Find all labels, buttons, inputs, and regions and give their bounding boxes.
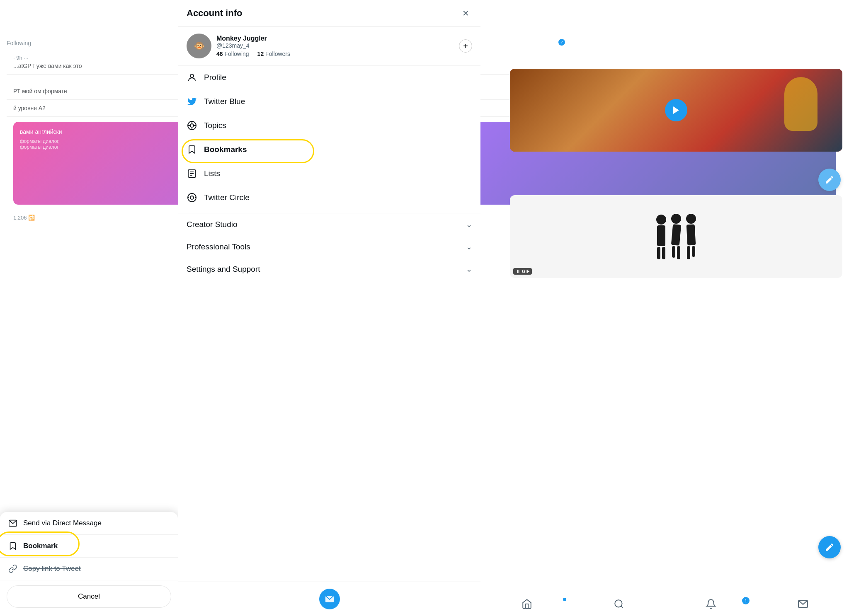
menu-lists[interactable]: Lists — [178, 162, 480, 186]
compose-icon-bm — [825, 542, 834, 552]
bookmark-label: Bookmark — [23, 542, 58, 550]
account-avatar: 🐵 — [187, 34, 211, 58]
search-icon — [614, 599, 624, 609]
bm-gif-media[interactable]: ⏸ GIF — [510, 195, 842, 278]
chevron-down-icon-3: ⌄ — [466, 265, 472, 274]
dm-item[interactable]: Send via Direct Message — [0, 512, 178, 535]
lists-icon — [187, 168, 197, 179]
account-stats: 46 Following 12 Followers — [216, 51, 290, 57]
twitter-blue-icon — [187, 96, 197, 107]
notification-badge: 1 — [742, 597, 750, 604]
dm-label: Send via Direct Message — [23, 519, 102, 527]
link-icon — [8, 564, 17, 573]
bm-verified-1 — [558, 39, 565, 46]
nav-messages[interactable] — [757, 595, 849, 613]
message-fab-icon — [325, 594, 335, 604]
settings-support-label: Settings and Support — [187, 265, 260, 274]
twitter-circle-label: Twitter Circle — [204, 193, 250, 202]
topics-label: Topics — [204, 121, 226, 130]
message-icon — [8, 519, 17, 528]
bookmark-icon-svg — [8, 541, 17, 551]
gif-pause-badge: ⏸ GIF — [513, 268, 532, 275]
dm-fab[interactable] — [319, 589, 340, 609]
bookmark-item[interactable]: Bookmark — [0, 535, 178, 558]
account-profile: 🐵 Monkey Juggler @123may_4 46 Following … — [178, 27, 480, 65]
bookmarks-highlight-circle — [182, 139, 314, 163]
professional-tools-label: Professional Tools — [187, 242, 250, 251]
menu-profile[interactable]: Profile — [178, 65, 480, 89]
nav-home[interactable] — [481, 595, 573, 613]
bottom-nav: 1 — [481, 592, 849, 616]
close-button[interactable]: ✕ — [459, 7, 472, 20]
add-account-button[interactable]: + — [459, 39, 472, 53]
menu-twitter-circle[interactable]: Twitter Circle — [178, 186, 480, 210]
topics-icon — [187, 120, 197, 131]
chevron-down-icon: ⌄ — [466, 220, 472, 229]
person-silhouette — [784, 77, 817, 131]
menu-topics[interactable]: Topics — [178, 114, 480, 138]
bookmark-icon — [8, 541, 17, 551]
figure-3 — [686, 214, 696, 259]
bm-fab-container — [481, 536, 849, 592]
home-icon — [522, 599, 532, 609]
person-icon — [187, 72, 197, 83]
nav-notifications[interactable]: 1 — [665, 595, 757, 613]
nav-search[interactable] — [573, 595, 665, 613]
bm-thumbnail-1 — [510, 69, 842, 152]
dm-icon — [8, 519, 17, 528]
twitter-circle-icon — [187, 192, 197, 203]
account-info: Monkey Juggler @123may_4 46 Following 12… — [216, 35, 290, 57]
chevron-down-icon-2: ⌄ — [466, 242, 472, 251]
svg-line-17 — [621, 606, 623, 608]
copylink-label: Copy link to Tweet — [23, 565, 81, 573]
creator-studio-section[interactable]: Creator Studio ⌄ — [178, 213, 480, 236]
copylink-item[interactable]: Copy link to Tweet — [0, 558, 178, 580]
bell-icon — [706, 599, 716, 609]
home-dot — [563, 598, 566, 601]
svg-point-16 — [615, 600, 622, 607]
bookmarks-fab[interactable] — [818, 536, 841, 558]
followers-stat: 12 Followers — [257, 51, 290, 57]
bm-media-1[interactable] — [510, 69, 842, 152]
messages-icon — [798, 599, 808, 609]
menu-twitter-blue[interactable]: Twitter Blue — [178, 89, 480, 114]
bookmarks-menu-label: Bookmarks — [204, 145, 247, 154]
account-panel: Following · 9h ··· ...atGPT уже вами как… — [178, 0, 481, 616]
following-stat: 46 Following — [216, 51, 249, 57]
account-name: Monkey Juggler — [216, 35, 290, 42]
link-icon-svg — [8, 564, 17, 573]
account-header: Account info ✕ — [178, 0, 480, 27]
profile-label: Profile — [204, 73, 226, 82]
figure-2 — [671, 214, 681, 259]
menu-bookmarks[interactable]: Bookmarks — [178, 138, 480, 162]
figure-1 — [656, 215, 666, 259]
gif-content — [510, 195, 842, 278]
dance-group — [656, 214, 696, 259]
svg-point-2 — [190, 74, 194, 77]
cancel-button[interactable]: Cancel — [7, 585, 171, 608]
svg-marker-15 — [673, 106, 679, 114]
settings-support-section[interactable]: Settings and Support ⌄ — [178, 258, 480, 280]
account-title: Account info — [187, 8, 242, 19]
bm-play-1 — [665, 99, 687, 121]
lists-label: Lists — [204, 169, 220, 178]
bookmarks-menu-icon — [187, 144, 197, 155]
creator-studio-label: Creator Studio — [187, 220, 238, 229]
bottom-sheet: Send via Direct Message Bookmark Copy li… — [0, 512, 178, 616]
svg-point-4 — [190, 124, 194, 127]
account-footer — [178, 582, 480, 616]
bm-play-icon-1 — [671, 105, 681, 115]
account-handle: @123may_4 — [216, 42, 290, 49]
professional-tools-section[interactable]: Professional Tools ⌄ — [178, 236, 480, 258]
account-modal: Account info ✕ 🐵 Monkey Juggler @123may_… — [178, 0, 480, 616]
twitter-blue-label: Twitter Blue — [204, 97, 245, 106]
